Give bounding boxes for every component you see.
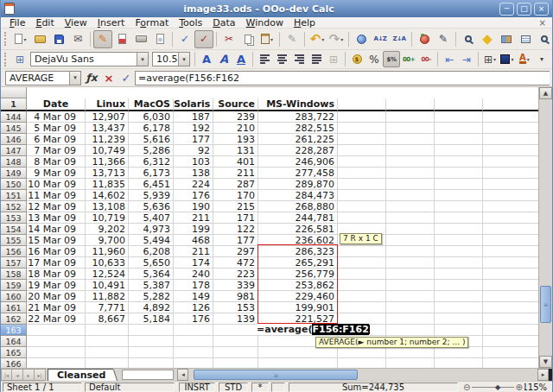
- cell[interactable]: [129, 347, 174, 358]
- cell[interactable]: [483, 336, 540, 347]
- cell[interactable]: [386, 145, 435, 156]
- cell-source[interactable]: 981: [213, 291, 258, 302]
- cell[interactable]: [435, 347, 483, 358]
- cell-date[interactable]: 13 Mar 09: [27, 212, 86, 224]
- cell-macos[interactable]: 5,636: [129, 201, 174, 212]
- cell[interactable]: [338, 98, 386, 111]
- cell[interactable]: [27, 347, 86, 358]
- cell[interactable]: [213, 336, 258, 347]
- cell-macos[interactable]: 5,184: [129, 313, 174, 325]
- cell[interactable]: [435, 224, 483, 235]
- chevron-down-icon[interactable]: ▾: [69, 72, 80, 85]
- vertical-scrollbar-thumb[interactable]: ≡: [540, 286, 551, 323]
- cell[interactable]: [386, 212, 435, 224]
- row-header[interactable]: 145: [1, 123, 27, 134]
- cell[interactable]: [386, 313, 435, 325]
- cell[interactable]: [386, 235, 435, 246]
- cell-linux[interactable]: 12,524: [86, 269, 129, 280]
- row-header[interactable]: 156: [1, 246, 27, 257]
- menu-item[interactable]: Insert: [92, 17, 130, 28]
- cell-date[interactable]: 5 Mar 09: [27, 123, 86, 134]
- redo-icon[interactable]: ↷▾: [327, 30, 346, 48]
- zoom-slider[interactable]: ⊖ ◆ ⊕: [461, 383, 524, 392]
- cell-mswindows[interactable]: 265,291: [258, 257, 338, 269]
- cell[interactable]: [386, 201, 435, 212]
- cell-mswindows[interactable]: 282,515: [258, 123, 338, 134]
- chevron-down-icon[interactable]: ▾: [137, 53, 148, 66]
- cell-mswindows[interactable]: 289,870: [258, 179, 338, 190]
- cell-source[interactable]: 139: [213, 313, 258, 325]
- cell[interactable]: [86, 358, 129, 368]
- cell-linux[interactable]: 13,713: [86, 168, 129, 179]
- cell-macos[interactable]: 6,030: [129, 111, 174, 123]
- cell-linux[interactable]: 10,633: [86, 257, 129, 269]
- cell-solaris[interactable]: 138: [174, 168, 213, 179]
- cell-linux[interactable]: 10,749: [86, 145, 129, 156]
- last-sheet-icon[interactable]: ▸|: [35, 369, 46, 381]
- cell-macos[interactable]: 5,364: [129, 269, 174, 280]
- cell-linux[interactable]: 11,239: [86, 134, 129, 145]
- cell-linux[interactable]: 11,835: [86, 179, 129, 190]
- gallery-icon[interactable]: [497, 30, 516, 48]
- cell-macos[interactable]: 6,178: [129, 123, 174, 134]
- row-header[interactable]: 144: [1, 111, 27, 123]
- scroll-right-icon[interactable]: ▸: [537, 369, 549, 381]
- sheet-tab-strip[interactable]: [122, 370, 174, 380]
- cell[interactable]: [27, 336, 86, 347]
- chevron-down-icon[interactable]: ▾: [527, 56, 530, 62]
- cell-source[interactable]: 211: [213, 168, 258, 179]
- underline-icon[interactable]: A: [232, 51, 250, 67]
- cell-f1[interactable]: MS-Windows: [258, 98, 338, 111]
- cell[interactable]: [435, 257, 483, 269]
- cell[interactable]: [483, 347, 540, 358]
- open-icon[interactable]: [30, 30, 49, 48]
- cell[interactable]: [483, 212, 540, 224]
- formula-input[interactable]: =average(F156:F162: [135, 71, 550, 85]
- cell[interactable]: [435, 179, 483, 190]
- background-color-icon[interactable]: ▾: [499, 51, 516, 67]
- toolbar-grip[interactable]: [4, 32, 9, 46]
- cell-solaris[interactable]: 92: [174, 145, 213, 156]
- accept-icon[interactable]: ✓: [118, 70, 135, 85]
- cell-macos[interactable]: 6,312: [129, 156, 174, 168]
- data-sources-icon[interactable]: [516, 30, 535, 48]
- row-header[interactable]: 162: [1, 313, 27, 325]
- copy-icon[interactable]: [238, 30, 257, 48]
- cell-macos[interactable]: 5,616: [129, 134, 174, 145]
- row-header[interactable]: 148: [1, 156, 27, 168]
- italic-icon[interactable]: A: [215, 51, 232, 67]
- cell[interactable]: [338, 145, 386, 156]
- cell-solaris[interactable]: 103: [174, 156, 213, 168]
- cell[interactable]: [435, 291, 483, 302]
- close-document-icon[interactable]: ×: [536, 18, 550, 28]
- cell[interactable]: [386, 111, 435, 123]
- cell-d1[interactable]: Solaris: [174, 98, 213, 111]
- cell-date[interactable]: 14 Mar 09: [27, 224, 86, 235]
- cell-date[interactable]: 12 Mar 09: [27, 201, 86, 212]
- cell-mswindows[interactable]: 229,460: [258, 291, 338, 302]
- cell[interactable]: [174, 347, 213, 358]
- cell-solaris[interactable]: 149: [174, 291, 213, 302]
- cell[interactable]: [386, 246, 435, 257]
- cell[interactable]: [483, 257, 540, 269]
- cell[interactable]: [129, 325, 174, 336]
- cell[interactable]: [483, 235, 540, 246]
- cell-mswindows[interactable]: 268,880: [258, 201, 338, 212]
- cell-source[interactable]: 287: [213, 179, 258, 190]
- scroll-up-icon[interactable]: ▲: [539, 87, 552, 99]
- row-header[interactable]: 165: [1, 347, 27, 358]
- cell[interactable]: [386, 168, 435, 179]
- cell-source[interactable]: 122: [213, 224, 258, 235]
- menu-item[interactable]: Data: [207, 17, 240, 28]
- cell[interactable]: [435, 302, 483, 313]
- cell-date[interactable]: 9 Mar 09: [27, 168, 86, 179]
- cell-macos[interactable]: 6,208: [129, 246, 174, 257]
- cell[interactable]: [386, 156, 435, 168]
- spellcheck-icon[interactable]: ✓: [175, 30, 194, 48]
- cell[interactable]: [483, 291, 540, 302]
- row-header[interactable]: 154: [1, 224, 27, 235]
- cell-macos[interactable]: 4,892: [129, 302, 174, 313]
- cell[interactable]: [338, 269, 386, 280]
- chevron-down-icon[interactable]: ▾: [178, 53, 189, 66]
- cell-mswindows[interactable]: 246,906: [258, 156, 338, 168]
